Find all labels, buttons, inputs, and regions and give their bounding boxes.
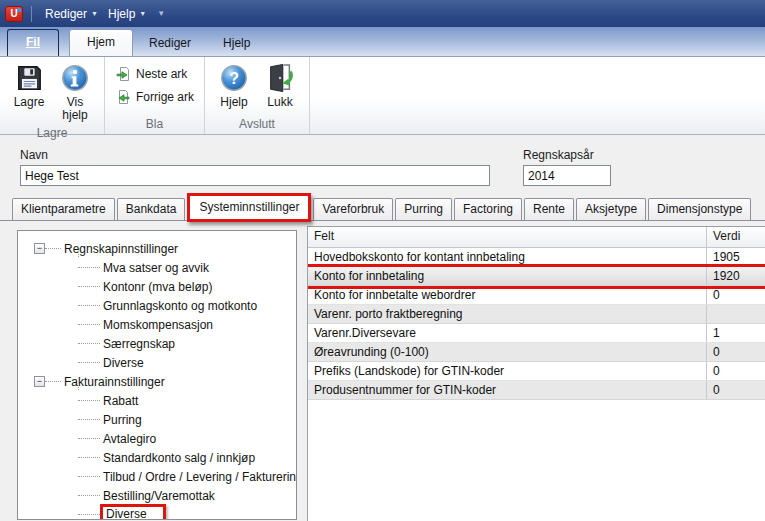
close-button-label: Lukk: [267, 96, 292, 109]
tree-item-standardkonto[interactable]: Standardkonto salg / innkjøp: [18, 448, 296, 467]
tree-item-label: Mva satser og avvik: [100, 261, 212, 275]
application-window: U Rediger▼ Hjelp▼ ▼ Fil Hjem Rediger Hje…: [0, 0, 765, 521]
menu-rediger[interactable]: Rediger▼: [40, 5, 103, 23]
tree-children: Mva satser og avvik Kontonr (mva beløp) …: [18, 258, 296, 372]
tree-connector: [78, 514, 100, 515]
tab-factoring[interactable]: Factoring: [454, 198, 522, 220]
close-button[interactable]: Lukk: [257, 61, 303, 111]
previous-sheet-icon: [115, 89, 131, 105]
save-button[interactable]: Lagre: [6, 61, 52, 111]
grid-cell-value[interactable]: 1: [707, 324, 765, 342]
grid-cell-field: Hovedbokskonto for kontant innbetaling: [308, 248, 707, 266]
chevron-down-icon: ▼: [91, 10, 98, 17]
tree-item-tilbud-ordre[interactable]: Tilbud / Ordre / Levering / Fakturering: [18, 467, 296, 486]
ribbon-tab-rediger[interactable]: Rediger: [133, 31, 207, 56]
tree-item-rabatt[interactable]: Rabatt: [18, 391, 296, 410]
tree-connector: [45, 248, 61, 249]
tab-systeminnstillinger[interactable]: Systeminnstillinger: [190, 196, 308, 219]
tab-bankdata[interactable]: Bankdata: [117, 198, 186, 220]
grid-cell-value[interactable]: 0: [707, 286, 765, 304]
tab-purring[interactable]: Purring: [395, 198, 452, 220]
grid-cell-value[interactable]: 0: [707, 381, 765, 399]
tree-item-grunnlagskonto[interactable]: Grunnlagskonto og motkonto: [18, 296, 296, 315]
tree-item-kontonr[interactable]: Kontonr (mva beløp): [18, 277, 296, 296]
ribbon-tab-fil[interactable]: Fil: [7, 29, 59, 56]
collapse-icon[interactable]: −: [34, 376, 45, 387]
grid-cell-field: Konto for innbetaling: [308, 267, 707, 285]
tree-item-avtalegiro[interactable]: Avtalegiro: [18, 429, 296, 448]
grid-cell-field: Øreavrunding (0-100): [308, 343, 707, 361]
grid-row-varenr-diversevare[interactable]: Varenr.Diversevare 1: [308, 324, 765, 343]
grid-cell-value[interactable]: 1920: [707, 267, 765, 285]
tree-item-diverse-regnskap[interactable]: Diverse: [18, 353, 296, 372]
tree-item-bestilling[interactable]: Bestilling/Varemottak: [18, 486, 296, 505]
tree-item-label: Særregnskap: [100, 337, 178, 351]
grid-header-row: Felt Verdi: [308, 227, 765, 248]
tab-klientparametre[interactable]: Klientparametre: [12, 198, 115, 220]
ribbon-group-bla: Neste ark Forrige ark Bla: [105, 57, 205, 134]
grid-cell-value[interactable]: 0: [707, 343, 765, 361]
tree-item-saerregnskap[interactable]: Særregnskap: [18, 334, 296, 353]
fiscal-year-input[interactable]: [523, 165, 611, 186]
app-logo-icon: U: [5, 6, 23, 22]
menu-rediger-label: Rediger: [45, 7, 87, 21]
next-sheet-button[interactable]: Neste ark: [111, 65, 198, 83]
name-input[interactable]: [20, 165, 490, 186]
tree-item-momskompensasjon[interactable]: Momskompensasjon: [18, 315, 296, 334]
grid-row-prefiks-gtin[interactable]: Prefiks (Landskode) for GTIN-koder 0: [308, 362, 765, 381]
tab-dimensjonstype[interactable]: Dimensjonstype: [648, 198, 751, 220]
tree-node-fakturainnstillinger[interactable]: − Fakturainnstillinger: [18, 372, 296, 391]
tree-connector: [78, 324, 100, 325]
tree-connector: [45, 381, 61, 382]
grid-row-oreavrunding[interactable]: Øreavrunding (0-100) 0: [308, 343, 765, 362]
tab-page-systeminnstillinger: − Regnskapinnstillinger Mva satser og av…: [0, 221, 765, 521]
tree-item-label: Bestilling/Varemottak: [100, 489, 218, 503]
tree-node-regnskapinnstillinger[interactable]: − Regnskapinnstillinger: [18, 239, 296, 258]
tab-rente[interactable]: Rente: [524, 198, 574, 220]
grid-row-hovedbokskonto[interactable]: Hovedbokskonto for kontant innbetaling 1…: [308, 248, 765, 267]
group-label-bla: Bla: [105, 115, 204, 134]
tree-item-mva-satser[interactable]: Mva satser og avvik: [18, 258, 296, 277]
tab-vareforbruk[interactable]: Vareforbruk: [313, 198, 393, 220]
previous-sheet-button[interactable]: Forrige ark: [111, 88, 198, 106]
tree-item-label: Rabatt: [100, 394, 141, 408]
ribbon-tab-hjem[interactable]: Hjem: [69, 29, 133, 56]
settings-grid-panel: Felt Verdi Hovedbokskonto for kontant in…: [307, 226, 765, 521]
grid-cell-field: Varenr. porto fraktberegning: [308, 305, 707, 323]
tree-item-diverse-faktura[interactable]: Diverse: [18, 505, 296, 520]
grid-row-produsentnummer-gtin[interactable]: Produsentnummer for GTIN-koder 0: [308, 381, 765, 400]
grid-cell-field: Prefiks (Landskode) for GTIN-koder: [308, 362, 707, 380]
tree-connector: [78, 495, 100, 496]
grid-cell-field: Produsentnummer for GTIN-koder: [308, 381, 707, 399]
tree-item-label: Tilbud / Ordre / Levering / Fakturering: [100, 470, 297, 484]
ribbon-tab-bar: Fil Hjem Rediger Hjelp: [0, 27, 765, 57]
tab-aksjetype[interactable]: Aksjetype: [576, 198, 646, 220]
ribbon-tab-hjelp[interactable]: Hjelp: [207, 31, 266, 56]
help-button-label: Hjelp: [220, 96, 247, 109]
column-header-felt[interactable]: Felt: [308, 227, 707, 247]
title-bar: U Rediger▼ Hjelp▼ ▼: [0, 0, 765, 27]
grid-row-webordrer[interactable]: Konto for innbetalte webordrer 0: [308, 286, 765, 305]
grid-cell-value[interactable]: 1905: [707, 248, 765, 266]
grid-cell-value[interactable]: [707, 305, 765, 323]
tree-item-label: Diverse: [100, 356, 147, 370]
tree-item-purring[interactable]: Purring: [18, 410, 296, 429]
exit-door-icon: [265, 63, 295, 96]
customize-toolbar-icon[interactable]: ▼: [157, 9, 165, 18]
grid-row-konto-for-innbetaling[interactable]: Konto for innbetaling 1920: [308, 267, 765, 286]
help-button[interactable]: ? Hjelp: [211, 61, 257, 111]
previous-sheet-label: Forrige ark: [136, 90, 194, 104]
tree-connector: [78, 400, 100, 401]
menu-hjelp[interactable]: Hjelp▼: [103, 5, 151, 23]
tree-item-label: Momskompensasjon: [100, 318, 216, 332]
show-help-button[interactable]: Vis hjelp: [52, 61, 98, 124]
column-header-verdi[interactable]: Verdi: [707, 227, 765, 247]
show-help-button-label: Vis hjelp: [53, 96, 97, 122]
grid-row-varenr-porto[interactable]: Varenr. porto fraktberegning: [308, 305, 765, 324]
grid-cell-value[interactable]: 0: [707, 362, 765, 380]
grid-cell-field: Konto for innbetalte webordrer: [308, 286, 707, 304]
collapse-icon[interactable]: −: [34, 243, 45, 254]
tree-item-label: Purring: [100, 413, 145, 427]
menu-hjelp-label: Hjelp: [108, 7, 135, 21]
ribbon-group-avslutt: ? Hjelp Lukk: [205, 57, 310, 134]
